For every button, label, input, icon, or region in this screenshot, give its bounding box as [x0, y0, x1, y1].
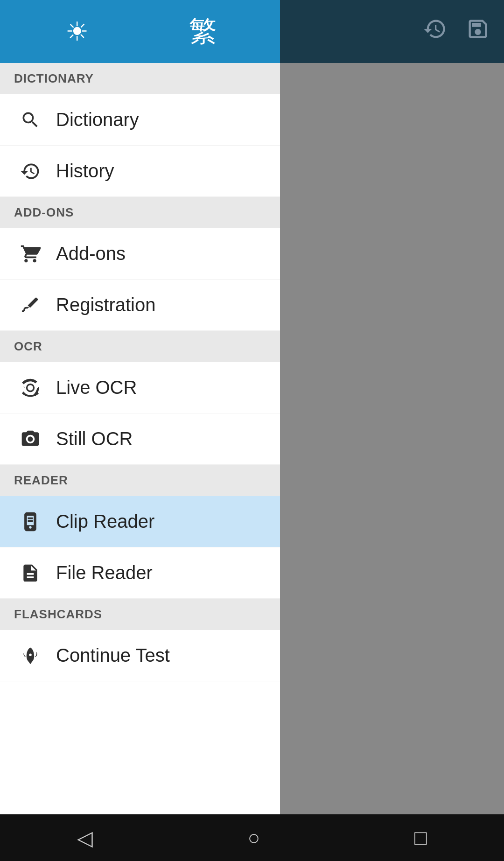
section-ocr: OCR: [0, 331, 280, 362]
search-icon: [14, 110, 47, 130]
home-button[interactable]: ○: [247, 826, 260, 849]
camera-icon: [14, 378, 47, 398]
history-label: History: [56, 161, 114, 182]
clipboard-icon: [14, 511, 47, 532]
file-reader-label: File Reader: [56, 562, 153, 583]
feather-icon: [14, 295, 47, 315]
sun-icon[interactable]: ☀: [14, 16, 140, 47]
section-addons: ADD-ONS: [0, 197, 280, 228]
sidebar-item-still-ocr[interactable]: Still OCR: [0, 413, 280, 465]
android-nav-bar: ◁ ○ □: [0, 814, 504, 861]
section-flashcards: FLASHCARDS: [0, 599, 280, 630]
recent-button[interactable]: □: [414, 826, 427, 849]
dictionary-label: Dictionary: [56, 109, 139, 130]
still-ocr-label: Still OCR: [56, 428, 133, 449]
drawer-body: DICTIONARY Dictionary History ADD-ONS: [0, 63, 280, 861]
cart-icon: [14, 244, 47, 264]
back-button[interactable]: ◁: [77, 826, 93, 850]
sidebar-item-clip-reader[interactable]: Clip Reader: [0, 496, 280, 547]
drawer-header: ☀ 繁: [0, 0, 280, 63]
sidebar-item-dictionary[interactable]: Dictionary: [0, 94, 280, 146]
drawer: ☀ 繁 DICTIONARY Dictionary History ADD-ON…: [0, 0, 280, 861]
file-icon: [14, 563, 47, 583]
language-toggle[interactable]: 繁: [140, 13, 266, 50]
sidebar-item-history[interactable]: History: [0, 146, 280, 197]
clip-reader-label: Clip Reader: [56, 511, 154, 532]
addons-label: Add-ons: [56, 243, 126, 264]
sidebar-item-file-reader[interactable]: File Reader: [0, 547, 280, 599]
section-reader: READER: [0, 465, 280, 496]
history-menu-icon: [14, 161, 47, 182]
continue-test-label: Continue Test: [56, 645, 170, 666]
sidebar-item-addons[interactable]: Add-ons: [0, 228, 280, 280]
registration-label: Registration: [56, 294, 155, 315]
sidebar-item-live-ocr[interactable]: Live OCR: [0, 362, 280, 413]
rocket-icon: [14, 645, 47, 666]
live-ocr-label: Live OCR: [56, 377, 137, 398]
still-camera-icon: [14, 429, 47, 449]
sidebar-item-registration[interactable]: Registration: [0, 280, 280, 331]
section-dictionary: DICTIONARY: [0, 63, 280, 94]
history-icon[interactable]: [423, 17, 447, 47]
save-icon[interactable]: [466, 17, 490, 47]
sidebar-item-continue-test[interactable]: Continue Test: [0, 630, 280, 681]
